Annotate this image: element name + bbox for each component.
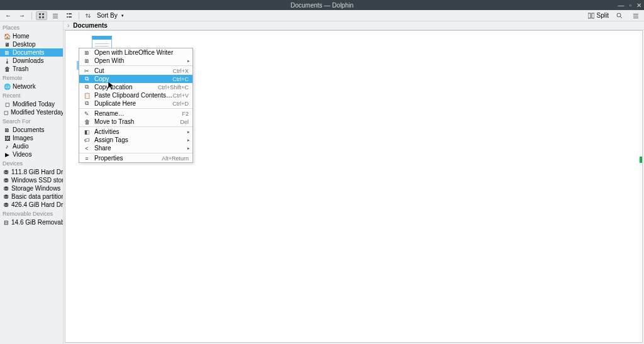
sidebar-removable-14-6-gib-removable-media[interactable]: ⊟14.6 GiB Removable Media: [0, 218, 63, 226]
svg-rect-12: [592, 13, 594, 18]
svg-line-14: [620, 16, 622, 18]
context-menu-item-shortcut: Ctrl+Shift+C: [158, 84, 189, 91]
sidebar-place-documents[interactable]: 🗎Documents: [0, 48, 63, 57]
svg-rect-9: [67, 16, 68, 18]
sidebar-recent-icon: ◻: [4, 109, 8, 116]
sidebar-place-icon: 🏠: [4, 33, 10, 40]
sidebar-remote-network[interactable]: 🌐Network: [0, 82, 63, 91]
main-toolbar: ← → Sort By ▾ Split: [0, 10, 644, 21]
context-menu-item-copy[interactable]: ⧉CopyCtrl+C: [79, 75, 192, 83]
split-button[interactable]: Split: [588, 12, 609, 19]
close-button[interactable]: ✕: [636, 2, 641, 9]
sidebar-device-426-4-gib-hard-drive[interactable]: ⛃426.4 GiB Hard Drive: [0, 201, 63, 209]
context-menu-item-shortcut: Alt+Return: [162, 155, 189, 162]
breadcrumb-current[interactable]: Documents: [73, 22, 107, 29]
context-menu-item-open-with-libreoffice-writer[interactable]: 🗎Open with LibreOffice Writer: [79, 48, 192, 57]
sidebar-place-downloads[interactable]: ⭳Downloads: [0, 57, 63, 65]
svg-rect-5: [53, 16, 58, 16]
recent-header: Recent: [0, 91, 63, 100]
context-menu-item-label: Paste Clipboard Contents…: [94, 92, 173, 99]
sidebar-device-storage-windows[interactable]: ⛃Storage Windows: [0, 184, 63, 192]
sidebar-device-111-8-gib-hard-drive[interactable]: ⛃111.8 GiB Hard Drive: [0, 168, 63, 176]
sidebar-search-icon: ♪: [4, 143, 10, 150]
sidebar-search-icon: ▶: [4, 152, 10, 158]
svg-rect-6: [53, 18, 58, 18]
places-panel: Places 🏠Home🖥Desktop🗎Documents⭳Downloads…: [0, 21, 63, 344]
sidebar-search-audio[interactable]: ♪Audio: [0, 142, 63, 150]
svg-rect-15: [633, 14, 638, 14]
sidebar-search-documents[interactable]: 🗎Documents: [0, 126, 63, 134]
context-menu-item-move-to-trash[interactable]: 🗑Move to TrashDel: [79, 118, 192, 126]
context-menu-item-label: Activities: [94, 128, 189, 135]
svg-rect-0: [39, 13, 41, 15]
sidebar-device-label: 111.8 GiB Hard Drive: [11, 169, 63, 175]
svg-rect-2: [39, 16, 41, 18]
view-icons-button[interactable]: [36, 11, 47, 20]
context-menu-separator: [79, 126, 192, 127]
forward-button[interactable]: →: [16, 11, 28, 20]
context-menu-item-activities[interactable]: ◧Activities▸: [79, 128, 192, 136]
sidebar-search-label: Audio: [13, 143, 29, 150]
sort-by-button[interactable]: Sort By: [97, 12, 118, 19]
context-menu-item-label: Assign Tags: [94, 136, 189, 143]
hamburger-menu-button[interactable]: [630, 11, 641, 20]
sidebar-remote-icon: 🌐: [4, 84, 10, 90]
context-menu-item-cut[interactable]: ✂CutCtrl+X: [79, 67, 192, 75]
sidebar-place-icon: 🗑: [4, 66, 10, 72]
context-menu-item-label: Duplicate Here: [94, 100, 172, 107]
maximize-button[interactable]: ▫: [629, 2, 631, 9]
context-menu-item-icon: 🏷: [83, 137, 91, 143]
remote-header: Remote: [0, 73, 63, 82]
context-menu-item-assign-tags[interactable]: 🏷Assign Tags▸: [79, 136, 192, 144]
context-menu-item-icon: ◧: [83, 129, 91, 135]
context-menu-item-paste-clipboard-contents[interactable]: 📋Paste Clipboard Contents…Ctrl+V: [79, 91, 192, 99]
context-menu-item-rename[interactable]: ✎Rename…F2: [79, 109, 192, 118]
devices-header: Devices: [0, 158, 63, 168]
context-menu-item-label: Open with LibreOffice Writer: [94, 49, 189, 56]
sidebar-place-label: Documents: [13, 49, 45, 56]
view-compact-button[interactable]: [50, 11, 61, 20]
sidebar-place-trash[interactable]: 🗑Trash: [0, 65, 63, 73]
back-button[interactable]: ←: [3, 11, 14, 20]
sidebar-device-basic-data-partition[interactable]: ⛃Basic data partition: [0, 192, 63, 201]
svg-rect-4: [53, 14, 58, 14]
sidebar-remote-label: Network: [13, 83, 36, 90]
sidebar-device-label: Storage Windows: [11, 185, 60, 192]
minimize-button[interactable]: ―: [618, 2, 624, 9]
breadcrumb-bar: › Documents: [64, 21, 644, 30]
sidebar-place-label: Home: [13, 33, 30, 40]
sidebar-search-videos[interactable]: ▶Videos: [0, 150, 63, 158]
search-button[interactable]: [614, 11, 625, 20]
context-menu-item-icon: ⧉: [83, 75, 91, 82]
context-menu-item-label: Share: [94, 145, 189, 152]
sort-icon[interactable]: [83, 11, 94, 20]
decorative-strip: [640, 157, 642, 163]
sidebar-recent-label: Modified Yesterday: [11, 109, 63, 116]
context-menu-item-share[interactable]: <Share▸: [79, 144, 192, 152]
context-menu-item-shortcut: Ctrl+X: [173, 68, 189, 74]
sidebar-device-windows-ssd-storage[interactable]: ⛃Windows SSD storage: [0, 176, 63, 184]
svg-rect-17: [633, 18, 638, 18]
context-menu-item-icon: ⧉: [83, 100, 91, 107]
sidebar-search-images[interactable]: 🖼Images: [0, 134, 63, 142]
submenu-arrow-icon: ▸: [187, 146, 190, 151]
sidebar-device-icon: ⛃: [4, 202, 9, 208]
sidebar-place-desktop[interactable]: 🖥Desktop: [0, 40, 63, 48]
sidebar-place-home[interactable]: 🏠Home: [0, 32, 63, 40]
search-header: Search For: [0, 116, 63, 126]
sidebar-device-label: 426.4 GiB Hard Drive: [11, 201, 63, 208]
sidebar-recent-modified-yesterday[interactable]: ◻Modified Yesterday: [0, 108, 63, 116]
context-menu-item-open-with[interactable]: 🗎Open With▸: [79, 57, 192, 65]
sidebar-device-icon: ⛃: [4, 186, 9, 192]
sort-dropdown-icon[interactable]: ▾: [121, 13, 124, 18]
breadcrumb-separator-icon: ›: [67, 22, 69, 29]
context-menu-item-duplicate-here[interactable]: ⧉Duplicate HereCtrl+D: [79, 99, 192, 108]
context-menu-item-icon: 📋: [83, 92, 91, 99]
context-menu-item-copy-location[interactable]: ⧉Copy locationCtrl+Shift+C: [79, 83, 192, 91]
view-details-button[interactable]: [64, 11, 75, 20]
context-menu-item-label: Rename…: [94, 110, 182, 117]
sidebar-recent-modified-today[interactable]: ◻Modified Today: [0, 100, 63, 108]
submenu-arrow-icon: ▸: [187, 58, 190, 64]
context-menu-item-shortcut: Ctrl+D: [172, 101, 189, 107]
context-menu-item-properties[interactable]: ≡PropertiesAlt+Return: [79, 154, 192, 162]
